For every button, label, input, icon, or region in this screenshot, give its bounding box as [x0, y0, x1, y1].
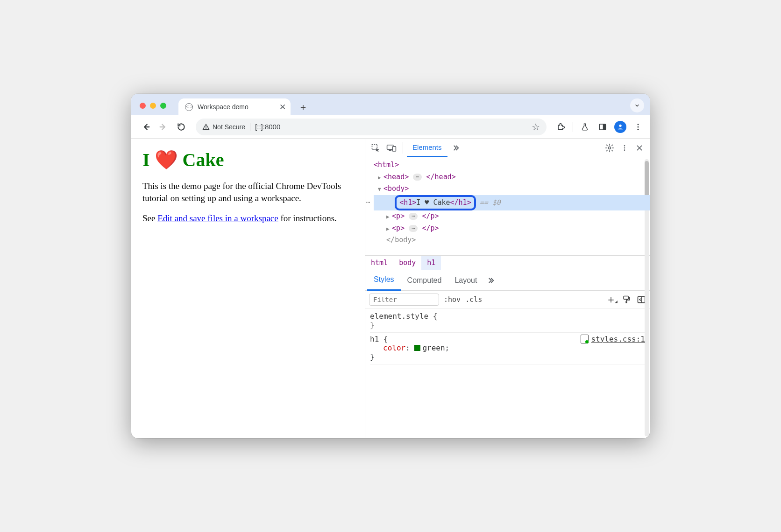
page-paragraph-1: This is the demo page for the official C… [142, 180, 354, 204]
svg-point-3 [206, 128, 206, 129]
browser-tab[interactable]: Workspace demo ✕ [178, 98, 291, 115]
crumb-body[interactable]: body [393, 256, 421, 270]
p2-post: for instructions. [278, 213, 337, 223]
devtools-close-button[interactable] [632, 140, 647, 155]
styles-filter-input[interactable] [369, 294, 439, 306]
globe-icon [185, 103, 193, 111]
styles-toolbar: :hov .cls ＋◢ [365, 291, 650, 309]
address-bar[interactable]: Not Secure [::]:8000 ☆ [196, 119, 547, 135]
svg-point-8 [638, 126, 639, 127]
dom-node[interactable]: ▶<p> ⋯ </p> [374, 210, 650, 223]
tab-title: Workspace demo [198, 103, 248, 111]
dom-node[interactable]: ▼<body> [374, 183, 650, 195]
new-tab-button[interactable]: ＋ [296, 100, 310, 114]
paint-icon[interactable] [622, 295, 631, 304]
flask-icon [581, 123, 589, 131]
svg-point-16 [624, 147, 625, 148]
browser-window: Workspace demo ✕ ＋ Not Secure [::]:8000 … [131, 94, 650, 438]
devtools-tabbar: Elements [365, 139, 650, 157]
svg-point-7 [638, 124, 639, 125]
toolbar-icons [553, 119, 646, 135]
menu-button[interactable] [630, 119, 646, 135]
profile-button[interactable] [612, 119, 628, 135]
close-icon [636, 144, 643, 152]
bookmark-button[interactable]: ☆ [532, 121, 540, 133]
dom-node[interactable]: <html> [374, 159, 650, 171]
hover-toggle[interactable]: :hov [444, 295, 461, 304]
dom-node-selected[interactable]: ⋯ <h1>I ♥ Cake</h1> == $0 [374, 195, 650, 211]
side-panel-button[interactable] [595, 119, 611, 135]
dom-tree[interactable]: <html> ▶<head> ⋯ </head> ▼<body> ⋯ <h1>I… [365, 157, 650, 255]
rule-selector: element.style { [370, 312, 645, 321]
tab-elements[interactable]: Elements [407, 139, 447, 157]
back-button[interactable] [138, 119, 154, 135]
panel-icon [598, 123, 607, 131]
devices-icon [386, 143, 397, 153]
svg-point-6 [619, 124, 621, 126]
cls-toggle[interactable]: .cls [465, 295, 482, 304]
devtools-menu-button[interactable] [617, 140, 632, 155]
crumb-h1[interactable]: h1 [421, 256, 441, 270]
styles-tabbar: Styles Computed Layout [365, 270, 650, 291]
row-actions-icon[interactable]: ⋯ [366, 197, 370, 208]
page-heading: I ❤️ Cake [142, 149, 354, 171]
dom-node[interactable]: ▶<p> ⋯ </p> [374, 223, 650, 235]
content-area: I ❤️ Cake This is the demo page for the … [131, 139, 650, 438]
window-controls [140, 103, 166, 109]
svg-point-17 [624, 149, 625, 151]
reload-button[interactable] [173, 119, 189, 135]
dom-breadcrumbs: html body h1 [365, 255, 650, 270]
gear-icon [605, 143, 614, 153]
rule-close: } [370, 321, 645, 329]
devtools-settings-button[interactable] [602, 140, 617, 155]
styles-pane[interactable]: element.style { } styles.css:1 h1 { colo… [365, 309, 650, 438]
extensions-button[interactable] [553, 119, 569, 135]
style-rule-element[interactable]: element.style { } [370, 310, 645, 333]
inspect-icon [371, 143, 380, 153]
svg-rect-13 [392, 146, 396, 151]
crumb-html[interactable]: html [365, 256, 393, 270]
kebab-icon [621, 144, 628, 152]
svg-point-9 [638, 128, 639, 130]
subtab-computed[interactable]: Computed [401, 270, 448, 291]
kebab-icon [634, 123, 642, 131]
p2-pre: See [142, 213, 157, 223]
style-rule-h1[interactable]: styles.css:1 h1 { color: green; } [370, 333, 645, 364]
rule-close: } [370, 352, 645, 361]
security-label: Not Secure [213, 123, 245, 131]
svg-point-15 [624, 145, 625, 147]
more-subtabs-button[interactable] [483, 273, 498, 288]
tab-strip: Workspace demo ✕ ＋ [131, 94, 650, 115]
svg-rect-19 [625, 301, 627, 303]
puzzle-icon [557, 122, 566, 131]
subtab-layout[interactable]: Layout [448, 270, 483, 291]
workspace-docs-link[interactable]: Edit and save files in a workspace [157, 213, 278, 223]
toolbar: Not Secure [::]:8000 ☆ [131, 115, 650, 139]
close-window-button[interactable] [140, 103, 146, 109]
separator [573, 122, 573, 132]
labs-button[interactable] [577, 119, 593, 135]
subtab-styles[interactable]: Styles [367, 270, 401, 291]
maximize-window-button[interactable] [160, 103, 166, 109]
security-chip[interactable]: Not Secure [202, 123, 250, 131]
separator [403, 142, 403, 154]
minimize-window-button[interactable] [150, 103, 156, 109]
chevron-down-icon [634, 102, 640, 109]
forward-button[interactable] [156, 119, 171, 135]
tab-search-button[interactable] [630, 98, 644, 112]
page-paragraph-2: See Edit and save files in a workspace f… [142, 212, 354, 224]
dom-node[interactable]: ▶<head> ⋯ </head> [374, 171, 650, 183]
device-toggle-button[interactable] [384, 140, 399, 155]
css-property[interactable]: color: green; [370, 343, 645, 352]
source-link[interactable]: styles.css:1 [581, 335, 645, 343]
devtools-panel: Elements <html> [365, 139, 650, 438]
tab-close-button[interactable]: ✕ [279, 102, 286, 112]
chevron-double-right-icon [452, 144, 460, 152]
new-style-rule-button[interactable]: ＋◢ [606, 296, 616, 303]
more-tabs-button[interactable] [448, 140, 463, 155]
inspect-element-button[interactable] [368, 140, 383, 155]
svg-point-14 [609, 147, 611, 149]
color-swatch[interactable] [414, 345, 420, 351]
console-ref: == $0 [480, 197, 501, 209]
avatar-icon [614, 121, 626, 133]
